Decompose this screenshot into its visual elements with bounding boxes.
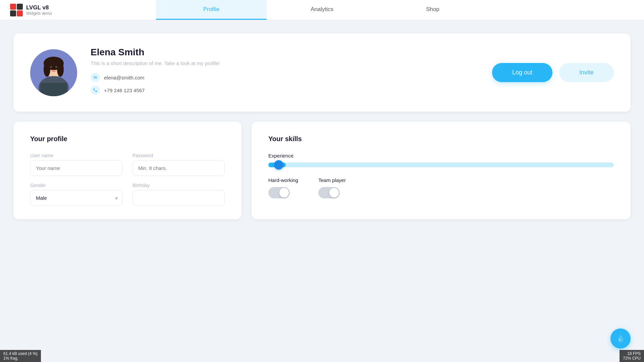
fps-bar: 18 FPS 72% CPU <box>620 350 644 362</box>
logout-button[interactable]: Log out <box>492 63 552 82</box>
fps-text: 18 FPS <box>627 351 641 356</box>
main-content: Elena Smith This is a short description … <box>0 20 644 233</box>
email-text: elena@smith.com <box>104 75 144 80</box>
frag-text: 1% frag. <box>3 356 18 361</box>
invite-button[interactable]: Invite <box>559 63 614 82</box>
avatar-wrapper <box>30 49 77 96</box>
profile-description: This is a short description of me. Take … <box>91 60 479 66</box>
gender-select[interactable]: Male Female Other <box>30 190 122 206</box>
tab-profile[interactable]: Profile <box>156 0 267 20</box>
your-skills-card: Your skills Experience Hard-working Team… <box>252 122 631 219</box>
svg-point-12 <box>55 66 57 68</box>
hard-working-label: Hard-working <box>268 177 298 183</box>
phone-text: +79 246 123 4567 <box>104 87 145 93</box>
drop-icon: 💧 <box>616 334 625 343</box>
svg-point-10 <box>57 62 64 77</box>
email-icon: ✉ <box>91 73 100 82</box>
app-title-block: LVGL v8 Widgets demo <box>26 4 52 16</box>
profile-actions: Log out Invite <box>492 63 614 82</box>
username-label: User name <box>30 153 122 158</box>
password-input[interactable] <box>132 160 225 176</box>
team-player-toggle[interactable] <box>318 187 340 198</box>
logo-area: LVGL v8 Widgets demo <box>10 4 52 16</box>
app-title: LVGL v8 <box>26 4 52 11</box>
experience-label: Experience <box>268 153 614 159</box>
team-player-label: Team player <box>318 177 346 183</box>
avatar <box>30 49 77 96</box>
birthday-input[interactable] <box>132 190 225 206</box>
toggles-row: Hard-working Team player <box>268 177 614 198</box>
hard-working-knob <box>279 188 289 197</box>
username-field: User name <box>30 153 122 176</box>
svg-rect-2 <box>10 10 16 16</box>
tab-shop[interactable]: Shop <box>377 0 488 20</box>
hard-working-toggle[interactable] <box>268 187 290 198</box>
profile-name: Elena Smith <box>91 47 479 58</box>
nav-tabs: Profile Analytics Shop <box>156 0 488 20</box>
svg-point-9 <box>44 62 50 77</box>
email-row: ✉ elena@smith.com <box>91 73 479 82</box>
experience-slider-thumb <box>274 160 283 170</box>
phone-icon <box>91 85 100 95</box>
birthday-field: Birthday <box>132 183 225 206</box>
svg-rect-13 <box>40 83 67 96</box>
phone-row: +79 246 123 4567 <box>91 85 479 95</box>
status-bar: 61.4 kB used (4 %) 1% frag. <box>0 350 41 362</box>
fab-button[interactable]: 💧 <box>610 328 631 349</box>
logo-icon <box>10 4 23 16</box>
team-player-group: Team player <box>318 177 346 198</box>
your-profile-card: Your profile User name Password Gender M… <box>13 122 241 219</box>
your-skills-title: Your skills <box>268 135 614 143</box>
gender-field: Gender Male Female Other ▾ <box>30 183 122 206</box>
hard-working-group: Hard-working <box>268 177 298 198</box>
password-field: Password <box>132 153 225 176</box>
tab-analytics[interactable]: Analytics <box>267 0 377 20</box>
profile-card: Elena Smith This is a short description … <box>13 34 631 112</box>
profile-form-grid: User name Password Gender Male Female Ot… <box>30 153 225 206</box>
cpu-text: 72% CPU <box>623 356 641 361</box>
svg-rect-1 <box>17 4 23 10</box>
profile-info: Elena Smith This is a short description … <box>91 47 479 98</box>
password-label: Password <box>132 153 225 158</box>
svg-rect-3 <box>17 10 23 16</box>
username-input[interactable] <box>30 160 122 176</box>
gender-select-wrapper: Male Female Other ▾ <box>30 190 122 206</box>
team-player-knob <box>329 188 339 197</box>
gender-label: Gender <box>30 183 122 188</box>
bottom-section: Your profile User name Password Gender M… <box>13 122 631 219</box>
app-subtitle: Widgets demo <box>26 11 52 16</box>
memory-text: 61.4 kB used (4 %) <box>3 351 38 356</box>
birthday-label: Birthday <box>132 183 225 188</box>
your-profile-title: Your profile <box>30 135 225 143</box>
header: LVGL v8 Widgets demo Profile Analytics S… <box>0 0 644 20</box>
experience-slider-track[interactable] <box>268 163 614 167</box>
svg-point-11 <box>50 66 52 68</box>
svg-rect-0 <box>10 4 16 10</box>
